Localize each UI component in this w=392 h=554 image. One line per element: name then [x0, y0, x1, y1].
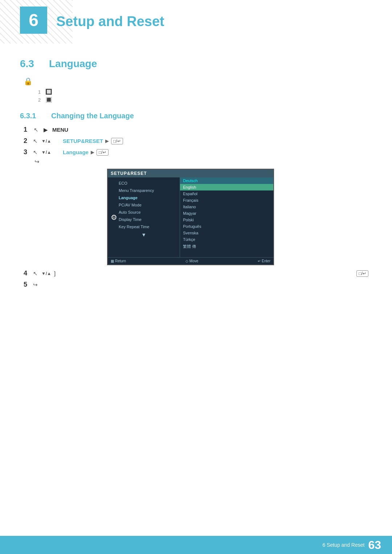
- subsection-number: 6.3.1: [20, 112, 45, 120]
- step-2-highlight: SETUP&RESET: [63, 138, 103, 144]
- step-1-label: MENU: [52, 127, 68, 133]
- step-2-cursor-icon: ↖: [33, 138, 38, 144]
- osd-menu-autosource: Auto Source: [108, 209, 180, 216]
- step-1-text: ▶: [44, 127, 48, 133]
- step-5-number: 5: [24, 281, 31, 288]
- step-3-sub-icon: ↪: [34, 159, 39, 165]
- subsection-title: Changing the Language: [51, 112, 134, 120]
- move-icon: ◇: [185, 259, 188, 263]
- lang-magyar: Magyar: [180, 210, 273, 217]
- step-3-number: 3: [24, 148, 31, 156]
- step-1: 1 ↖ ▶ MENU: [24, 126, 372, 134]
- sub-item-2: 2 🔳: [38, 97, 372, 103]
- lang-turkce: Türkçe: [180, 236, 273, 243]
- step-3-arrow-icon: ▶: [91, 149, 94, 155]
- lang-italiano: Italiano: [180, 204, 273, 210]
- osd-footer-enter: ↵ Enter: [258, 259, 270, 263]
- step-3: 3 ↖ ▼/▲ Language ▶ □/↵: [24, 148, 372, 156]
- page-footer: 6 Setup and Reset 63: [0, 536, 392, 554]
- step-4-control: □/↵: [356, 270, 368, 277]
- sub-item-2-icon: 🔳: [45, 97, 52, 103]
- main-content: 6.3 Language 🔒 1 🔲 2 🔳 6.3.1 Changing th…: [20, 47, 372, 532]
- step-4-number: 4: [24, 270, 31, 277]
- return-icon: ▦: [111, 259, 114, 263]
- step-2: 2 ↖ ▼/▲ SETUP&RESET ▶ □/↵: [24, 137, 372, 145]
- lang-francais: Français: [180, 197, 273, 204]
- scroll-down-icon: ▼: [108, 230, 180, 238]
- step-4-cursor-icon: ↖: [33, 270, 38, 277]
- lock-icon: 🔒: [24, 77, 33, 85]
- section-number: 6.3: [20, 58, 42, 70]
- step-3-control: □/↵: [97, 149, 109, 156]
- step-3-sub: ↪: [34, 158, 372, 165]
- lang-svenska: Svenska: [180, 230, 273, 236]
- step-4-bracket: ]: [54, 270, 56, 276]
- osd-title-bar: SETUP&RESET: [108, 169, 273, 177]
- osd-footer-return: ▦ Return: [111, 259, 126, 263]
- steps-after: 4 ↖ ▼/▲ ] □/↵ 5 ↪: [24, 270, 372, 288]
- section-heading: 6.3 Language: [20, 58, 372, 70]
- osd-footer: ▦ Return ◇ Move ↵ Enter: [108, 257, 273, 264]
- enter-icon: ↵: [258, 259, 261, 263]
- sub-item-1: 1 🔲: [38, 89, 372, 95]
- step-5-icon: ↪: [33, 282, 38, 288]
- step-1-number: 1: [24, 126, 31, 134]
- lang-polski: Polski: [180, 217, 273, 223]
- step-2-control: □/↵: [111, 138, 123, 144]
- step-3-nav: ▼/▲: [41, 150, 51, 155]
- step-3-cursor-icon: ↖: [33, 149, 38, 156]
- footer-page-number: 63: [368, 538, 381, 552]
- chapter-number: 6: [29, 12, 38, 29]
- lang-espanol: Español: [180, 190, 273, 197]
- osd-screen-container: SETUP&RESET ⚙ ECO Menu Transparency Lang…: [107, 169, 281, 265]
- osd-screen: SETUP&RESET ⚙ ECO Menu Transparency Lang…: [107, 169, 274, 265]
- osd-menu-eco: ECO: [108, 180, 180, 187]
- osd-left-panel: ⚙ ECO Menu Transparency Language PC/AV M…: [108, 177, 180, 257]
- step-2-nav: ▼/▲: [41, 139, 51, 144]
- section-title: Language: [49, 58, 97, 70]
- osd-menu-transparency: Menu Transparency: [108, 187, 180, 194]
- lang-english: English: [180, 184, 273, 190]
- chapter-box: 6: [20, 7, 47, 34]
- step-3-highlight: Language: [63, 149, 89, 155]
- sub-item-1-icon: 🔲: [45, 89, 52, 95]
- steps-area: 1 ↖ ▶ MENU 2 ↖ ▼/▲ SETUP&RESET ▶ □/↵ 3 ↖…: [24, 126, 372, 288]
- step-4-nav: ▼/▲: [41, 271, 51, 276]
- osd-menu-displaytime: Display Time: [108, 216, 180, 223]
- subsection-heading: 6.3.1 Changing the Language: [20, 112, 372, 120]
- osd-menu-language: Language: [108, 194, 180, 201]
- lang-chinese: 繁體 傳: [180, 243, 273, 250]
- osd-footer-move: ◇ Move: [185, 259, 198, 263]
- footer-label: 6 Setup and Reset: [322, 542, 364, 548]
- osd-menu-keyrepeat: Key Repeat Time: [108, 223, 180, 230]
- chapter-title: Setup and Reset: [56, 14, 164, 29]
- osd-body: ⚙ ECO Menu Transparency Language PC/AV M…: [108, 177, 273, 257]
- intro-sublist: 1 🔲 2 🔳: [38, 89, 372, 103]
- intro-icon: 🔒: [24, 77, 372, 86]
- step-5: 5 ↪: [24, 281, 372, 288]
- osd-menu-pcav: PC/AV Mode: [108, 201, 180, 209]
- osd-right-panel: Deutsch English Español Français Italian…: [180, 177, 273, 257]
- lang-deutsch: Deutsch: [180, 177, 273, 184]
- step-1-cursor-icon: ↖: [34, 127, 38, 133]
- lang-portugues: Português: [180, 223, 273, 230]
- gear-icon: ⚙: [111, 213, 117, 222]
- step-4: 4 ↖ ▼/▲ ] □/↵: [24, 270, 372, 277]
- step-2-arrow-icon: ▶: [105, 138, 109, 144]
- step-2-number: 2: [24, 137, 31, 145]
